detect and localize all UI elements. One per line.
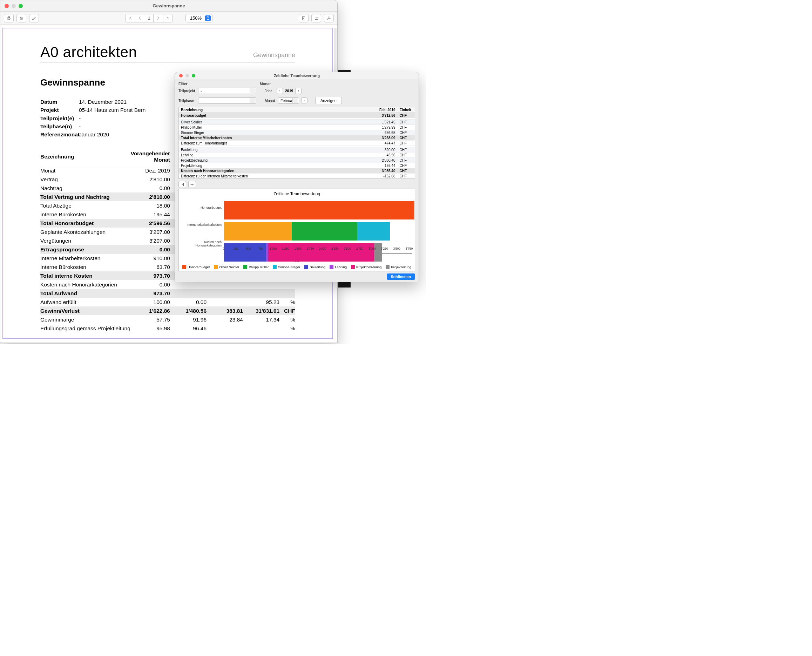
next-page-button[interactable] [153, 14, 163, 22]
axis-tick: 1'500 [294, 247, 302, 250]
popup-min-dot[interactable] [186, 74, 189, 77]
gear-button[interactable] [324, 14, 334, 22]
popup-title: Zeitliche Teambewertung [175, 74, 419, 78]
meta-val: - [79, 122, 80, 130]
print-button[interactable] [4, 14, 14, 22]
th-period: Feb. 2019 [370, 107, 397, 113]
meta-key: Referenzmonat [40, 130, 79, 138]
cell-bez: Geplante Akontozahlungen [40, 227, 130, 236]
axis-tick: 2'500 [343, 247, 351, 250]
col-vorangehender: VorangehenderMonat [130, 149, 170, 166]
axis-tick: 3'750 [406, 247, 413, 250]
close-dot[interactable] [5, 4, 9, 8]
teilprojekt-label: Teilprojekt [178, 89, 196, 93]
cell-bez: Vergütungen [40, 236, 130, 245]
cell-bez: Kosten nach Honorarkategorien [40, 280, 130, 289]
teilprojekt-select[interactable]: - [198, 88, 256, 94]
cell-bez: Total interne Kosten [40, 271, 130, 280]
legend-label: Projektbetreuung [356, 265, 382, 269]
bar-segment [292, 222, 357, 241]
cell-bez: Total Vertrag und Nachtrag [40, 192, 130, 201]
teilphase-label: Teilphase [178, 99, 196, 103]
export-mini-button[interactable] [178, 181, 186, 188]
legend-label: Honorarbudget [187, 265, 210, 269]
cell-bez: Interne Mitarbeiterkosten [40, 254, 130, 263]
page-number[interactable]: 1 [145, 14, 153, 22]
cell-bez: Erfüllungsgrad gemäss Projektleitung [40, 324, 130, 333]
settings-button[interactable] [17, 14, 26, 22]
bar-segment [374, 243, 382, 261]
year-prev-button[interactable]: ‹ [277, 88, 283, 94]
share-button[interactable] [311, 14, 321, 22]
zoom-select[interactable]: 150% [186, 14, 212, 22]
bar-segment [224, 243, 266, 261]
th-bez: Bezeichnung [179, 107, 370, 113]
window-title: Gewinnspanne [0, 3, 337, 8]
meta-val: Januar 2020 [79, 130, 109, 138]
meta-val: 14. Dezember 2021 [79, 98, 127, 106]
edit-button[interactable] [29, 14, 39, 22]
bar-segment [266, 243, 269, 261]
brand-subtitle: Gewinnspanne [253, 51, 295, 59]
close-button[interactable]: Schliessen [387, 274, 415, 280]
axis-tick: 250 [234, 247, 238, 250]
legend-label: Philipp Müller [249, 265, 269, 269]
cell-bez: Aufwand erfüllt [40, 298, 130, 306]
legend-swatch [351, 265, 355, 269]
axis-tick: 500 [246, 247, 251, 250]
svg-point-7 [328, 17, 329, 19]
toolbar: 1 150% [0, 12, 337, 25]
cell-bez: Gewinn/Verlust [40, 306, 130, 315]
cell-bez: Monat [40, 166, 130, 175]
month-select[interactable]: Februar [278, 97, 299, 104]
zoom-value: 150% [190, 15, 202, 21]
cell-bez: Gewinnmarge [40, 315, 130, 324]
bar-category-label: Kosten nach Honorarkategorien [182, 240, 221, 247]
chart-title: Zeitliche Teambewertung [182, 190, 412, 199]
first-page-button[interactable] [125, 14, 135, 22]
gear-mini-button[interactable] [188, 181, 196, 188]
axis-tick: 750 [258, 247, 263, 250]
min-dot[interactable] [12, 4, 16, 8]
axis-tick: 3'250 [381, 247, 388, 250]
bar-category-label: Interne Mitarbeiterkosten [182, 223, 221, 226]
anzeigen-button[interactable]: Anzeigen [315, 97, 342, 104]
col-bezeichnung: Bezeichnung [40, 149, 130, 166]
bar-segment [224, 201, 415, 220]
zoom-dot[interactable] [19, 4, 23, 8]
popup-table: Bezeichnung Feb. 2019 Einheit Honorarbud… [178, 107, 415, 179]
meta-key: Projekt [40, 106, 79, 114]
axis-tick: 3'000 [368, 247, 376, 250]
teilphase-select[interactable]: - [198, 97, 256, 104]
popup-close-dot[interactable] [179, 74, 183, 77]
cell-bez: Total Abzüge [40, 201, 130, 210]
axis-tick: 2'000 [319, 247, 326, 250]
year-next-button[interactable]: › [295, 88, 302, 94]
legend-label: Oliver Seidler [219, 265, 239, 269]
cell-bez: Interne Bürokosten [40, 263, 130, 271]
axis-tick: 1'250 [282, 247, 289, 250]
bar-segment [224, 222, 292, 241]
legend-label: Bauleitung [309, 265, 325, 269]
popup-zoom-dot[interactable] [192, 74, 195, 77]
month-prev-button[interactable]: ‹ [301, 97, 308, 104]
monat-label: Monat [260, 82, 271, 86]
bar-segment [357, 222, 390, 241]
export-pdf-button[interactable] [299, 14, 309, 22]
legend-label: Projektleitung [391, 265, 411, 269]
legend-swatch [304, 265, 308, 269]
chart-legend: HonorarbudgetOliver SeidlerPhilipp Mülle… [182, 263, 412, 269]
bar-category-label: Honorarbudget [182, 206, 221, 209]
meta-val: - [79, 114, 80, 122]
prev-page-button[interactable] [135, 14, 145, 22]
legend-swatch [273, 265, 277, 269]
svg-point-4 [22, 18, 22, 19]
titlebar: Gewinnspanne [0, 0, 337, 12]
axis-tick: 1'750 [307, 247, 314, 250]
last-page-button[interactable] [163, 14, 173, 22]
axis-tick: 3'500 [393, 247, 401, 250]
legend-swatch [386, 265, 390, 269]
svg-point-5 [21, 19, 22, 20]
legend-label: Simone Steger [278, 265, 300, 269]
filter-label: Filter [178, 82, 260, 86]
